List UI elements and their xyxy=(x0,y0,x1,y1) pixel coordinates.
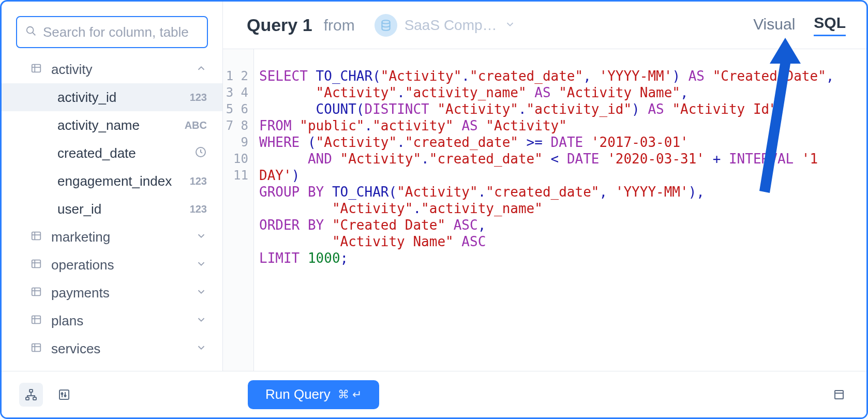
table-icon xyxy=(31,229,42,245)
search-input[interactable] xyxy=(43,24,211,40)
table-row-marketing[interactable]: marketing xyxy=(2,223,222,251)
editor-header: Query 1 from SaaS Comp… Visual SQL xyxy=(223,2,866,49)
column-row-activity_id[interactable]: activity_id123 xyxy=(2,83,222,111)
svg-rect-9 xyxy=(32,260,41,267)
chevron-down-icon xyxy=(504,17,516,34)
column-label: activity_id xyxy=(57,89,175,106)
tab-visual[interactable]: Visual xyxy=(753,16,795,36)
svg-rect-2 xyxy=(32,64,41,72)
svg-rect-6 xyxy=(32,232,41,240)
column-label: created_date xyxy=(57,145,175,161)
svg-rect-12 xyxy=(32,288,41,295)
svg-rect-24 xyxy=(59,390,69,399)
svg-rect-15 xyxy=(32,316,41,323)
run-query-label: Run Query xyxy=(265,386,331,402)
tab-sql[interactable]: SQL xyxy=(814,14,846,36)
column-row-created_date[interactable]: created_date xyxy=(2,139,222,167)
datasource-label: SaaS Comp… xyxy=(405,17,497,34)
table-icon xyxy=(31,313,42,329)
schema-list: activityactivity_id123activity_nameABCcr… xyxy=(2,55,222,371)
svg-rect-29 xyxy=(835,391,843,399)
svg-point-27 xyxy=(62,393,63,394)
svg-rect-23 xyxy=(33,397,36,400)
chevron-down-icon xyxy=(196,229,207,245)
code-content[interactable]: SELECT TO_CHAR("Activity"."created_date"… xyxy=(254,49,866,371)
table-row-activity[interactable]: activity xyxy=(2,55,222,83)
search-box[interactable] xyxy=(16,16,208,48)
table-row-plans[interactable]: plans xyxy=(2,307,222,335)
chevron-down-icon xyxy=(196,285,207,301)
svg-point-28 xyxy=(65,395,66,396)
table-row-operations[interactable]: operations xyxy=(2,251,222,279)
table-icon xyxy=(31,341,42,357)
table-label: operations xyxy=(51,257,186,273)
table-row-services[interactable]: services xyxy=(2,335,222,363)
column-row-engagement_index[interactable]: engagement_index123 xyxy=(2,167,222,195)
svg-rect-22 xyxy=(26,397,29,400)
datasource-selector[interactable]: SaaS Comp… xyxy=(371,13,523,38)
code-editor[interactable]: 1 2 3 4 5 6 7 8 9 10 11 SELECT TO_CHAR("… xyxy=(223,49,866,371)
table-icon xyxy=(31,62,42,78)
table-label: payments xyxy=(51,285,186,301)
mode-tabs: Visual SQL xyxy=(753,14,846,36)
svg-rect-18 xyxy=(32,343,41,351)
chevron-down-icon xyxy=(196,313,207,329)
column-label: engagement_index xyxy=(57,173,175,189)
schema-sidebar: activityactivity_id123activity_nameABCcr… xyxy=(2,2,223,371)
table-icon xyxy=(31,257,42,273)
column-row-user_id[interactable]: user_id123 xyxy=(2,195,222,223)
column-type: 123 xyxy=(184,203,207,215)
column-row-activity_name[interactable]: activity_nameABC xyxy=(2,111,222,139)
line-gutter: 1 2 3 4 5 6 7 8 9 10 11 xyxy=(223,49,254,371)
table-label: services xyxy=(51,341,186,357)
chevron-down-icon xyxy=(196,257,207,273)
column-type: 123 xyxy=(184,92,207,103)
column-label: activity_name xyxy=(57,117,175,133)
table-label: plans xyxy=(51,313,186,329)
editor-pane: Query 1 from SaaS Comp… Visual SQL xyxy=(223,2,866,371)
run-query-button[interactable]: Run Query ⌘ ↵ xyxy=(248,380,379,409)
chevron-up-icon xyxy=(196,62,207,78)
from-label: from xyxy=(324,17,355,34)
postgres-icon xyxy=(375,14,397,37)
schema-tree-button[interactable] xyxy=(19,383,43,407)
column-label: user_id xyxy=(57,201,175,217)
table-label: activity xyxy=(51,62,186,78)
svg-point-0 xyxy=(27,27,34,34)
table-label: marketing xyxy=(51,229,186,245)
search-icon xyxy=(25,25,37,39)
table-icon xyxy=(31,285,42,301)
query-title[interactable]: Query 1 xyxy=(247,15,312,35)
expand-panel-button[interactable] xyxy=(827,383,851,407)
settings-panel-button[interactable] xyxy=(52,383,76,407)
svg-line-1 xyxy=(33,33,35,35)
clock-icon xyxy=(184,146,207,161)
footer-bar: Run Query ⌘ ↵ xyxy=(2,371,866,417)
column-type: 123 xyxy=(184,175,207,187)
column-type: ABC xyxy=(184,119,207,131)
run-query-shortcut: ⌘ ↵ xyxy=(338,388,362,401)
chevron-down-icon xyxy=(196,341,207,357)
svg-rect-21 xyxy=(29,390,33,392)
table-row-payments[interactable]: payments xyxy=(2,279,222,307)
